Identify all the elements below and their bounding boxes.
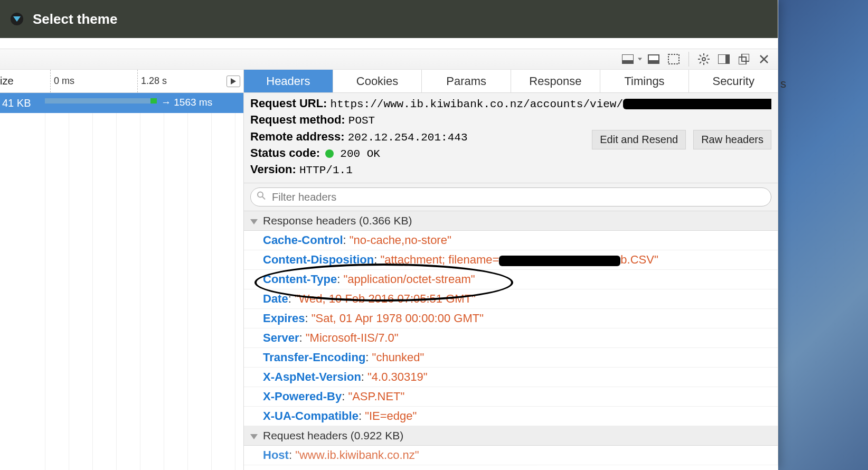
header-name: Transfer-Encoding <box>263 351 365 364</box>
request-method-value: POST <box>348 115 375 127</box>
search-icon <box>257 191 266 203</box>
header-value: "IE=edge" <box>365 409 417 422</box>
response-headers-label: Response headers (0.366 KB) <box>263 214 412 227</box>
request-url-row: Request URL: https://www.ib.kiwibank.co.… <box>250 96 771 111</box>
svg-marker-25 <box>250 219 258 224</box>
svg-rect-6 <box>668 54 679 64</box>
header-value: "www.ib.kiwibank.co.nz" <box>295 448 419 462</box>
filter-headers-wrap <box>244 183 778 211</box>
header-name: Content-Type <box>263 272 337 286</box>
status-code-key: Status code: <box>250 146 320 159</box>
status-dot-icon <box>325 149 334 158</box>
header-name: Cache-Control <box>263 233 343 247</box>
header-name: X-Powered-By <box>263 390 342 403</box>
dock-side-icon[interactable] <box>715 51 732 68</box>
header-value: "ASP.NET" <box>348 390 404 403</box>
tab-security[interactable]: Security <box>689 70 778 92</box>
header-row: Content-Disposition: "attachment; filena… <box>244 250 778 270</box>
selected-request-row[interactable]: 41 KB → 1563 ms <box>0 93 243 113</box>
dropdown-toggle-icon[interactable] <box>11 13 23 25</box>
header-row: Date: "Wed, 10 Feb 2016 07:05:51 GMT" <box>244 289 778 309</box>
header-name: Host <box>263 448 289 462</box>
header-name: X-UA-Compatible <box>263 409 358 422</box>
responsive-mode-icon[interactable] <box>665 51 682 68</box>
tick-0: 0 ms <box>50 70 74 92</box>
popout-icon[interactable] <box>735 51 752 68</box>
header-value: "4.0.30319" <box>367 370 428 383</box>
header-value: "Sat, 01 Apr 1978 00:00:00 GMT" <box>312 312 484 325</box>
spacer <box>0 38 778 49</box>
header-value-pre: "attachment; filename= <box>380 253 499 266</box>
svg-rect-5 <box>649 55 658 60</box>
request-url-value: https://www.ib.kiwibank.co.nz/accounts/v… <box>331 98 624 110</box>
settings-icon[interactable] <box>695 51 712 68</box>
tab-headers[interactable]: Headers <box>244 70 333 92</box>
size-column-header[interactable]: ize <box>0 75 45 87</box>
header-name: Date <box>263 292 288 305</box>
request-url-key: Request URL: <box>250 97 327 110</box>
caret-down-icon <box>638 57 642 61</box>
svg-line-12 <box>700 55 701 57</box>
tab-cookies[interactable]: Cookies <box>333 70 422 92</box>
header-name: Server <box>263 331 299 344</box>
svg-rect-2 <box>622 60 634 64</box>
svg-marker-26 <box>250 434 258 439</box>
panel-layout-icon <box>619 51 636 68</box>
offscreen-letter: s <box>780 77 786 91</box>
request-method-key: Request method: <box>250 113 345 126</box>
disclosure-triangle-icon <box>250 214 258 227</box>
request-method-row: Request method: POST <box>250 112 771 128</box>
wait-segment <box>45 98 150 104</box>
header-row: Host: "www.ib.kiwibank.co.nz" <box>244 446 778 465</box>
response-headers-section[interactable]: Response headers (0.366 KB) <box>244 211 778 231</box>
version-value: HTTP/1.1 <box>299 164 353 176</box>
console-toggle-icon[interactable] <box>645 51 662 68</box>
details-column: Headers Cookies Params Response Timings … <box>244 70 778 470</box>
waterfall-header: ize 0 ms 1.28 s <box>0 70 243 93</box>
tab-timings[interactable]: Timings <box>600 70 690 92</box>
svg-line-14 <box>700 62 701 63</box>
svg-marker-0 <box>13 16 21 22</box>
header-row: Transfer-Encoding: "chunked" <box>244 348 778 368</box>
header-value-post: b.CSV" <box>620 253 658 266</box>
browser-devtools-window: Select theme i <box>0 0 778 470</box>
redacted-url-segment <box>623 99 771 109</box>
summary-buttons: Edit and Resend Raw headers <box>592 130 771 149</box>
desktop-background <box>778 0 868 470</box>
version-key: Version: <box>250 163 296 176</box>
request-headers-section[interactable]: Request headers (0.922 KB) <box>244 426 778 446</box>
version-row: Version: HTTP/1.1 <box>250 162 771 177</box>
header-row: Expires: "Sat, 01 Apr 1978 00:00:00 GMT" <box>244 309 778 328</box>
header-row: Server: "Microsoft-IIS/7.0" <box>244 328 778 348</box>
filter-headers-input[interactable] <box>250 187 771 206</box>
status-code-value: 200 OK <box>340 148 380 160</box>
header-value: "application/octet-stream" <box>343 272 475 286</box>
tick-1: 1.28 s <box>137 70 167 92</box>
page-banner: Select theme <box>0 0 778 38</box>
header-value: "no-cache,no-store" <box>350 233 451 247</box>
request-summary: Request URL: https://www.ib.kiwibank.co.… <box>244 93 778 183</box>
dock-mode-dropdown[interactable] <box>619 51 642 68</box>
header-row: X-AspNet-Version: "4.0.30319" <box>244 368 778 387</box>
play-button[interactable] <box>227 76 240 87</box>
header-name: Content-Disposition <box>263 253 374 266</box>
svg-marker-3 <box>638 58 642 61</box>
header-value: "Microsoft-IIS/7.0" <box>306 331 399 344</box>
waterfall-bar: → 1563 ms <box>45 93 243 113</box>
duration-label: → 1563 ms <box>161 97 212 108</box>
edit-resend-button[interactable]: Edit and Resend <box>592 130 686 149</box>
remote-address-value: 202.12.254.201:443 <box>348 131 468 144</box>
svg-line-24 <box>262 197 265 200</box>
close-icon[interactable] <box>756 51 772 68</box>
banner-label: Select theme <box>33 11 117 27</box>
svg-point-23 <box>258 192 263 198</box>
tab-response[interactable]: Response <box>511 70 600 92</box>
header-row: X-UA-Compatible: "IE=edge" <box>244 407 778 426</box>
response-headers-list: Cache-Control: "no-cache,no-store" Conte… <box>244 231 778 426</box>
tab-params[interactable]: Params <box>422 70 511 92</box>
raw-headers-button[interactable]: Raw headers <box>693 130 771 149</box>
toolbar-divider <box>688 52 689 67</box>
header-row: X-Powered-By: "ASP.NET" <box>244 387 778 407</box>
disclosure-triangle-icon <box>250 429 258 442</box>
header-name: X-AspNet-Version <box>263 370 361 383</box>
